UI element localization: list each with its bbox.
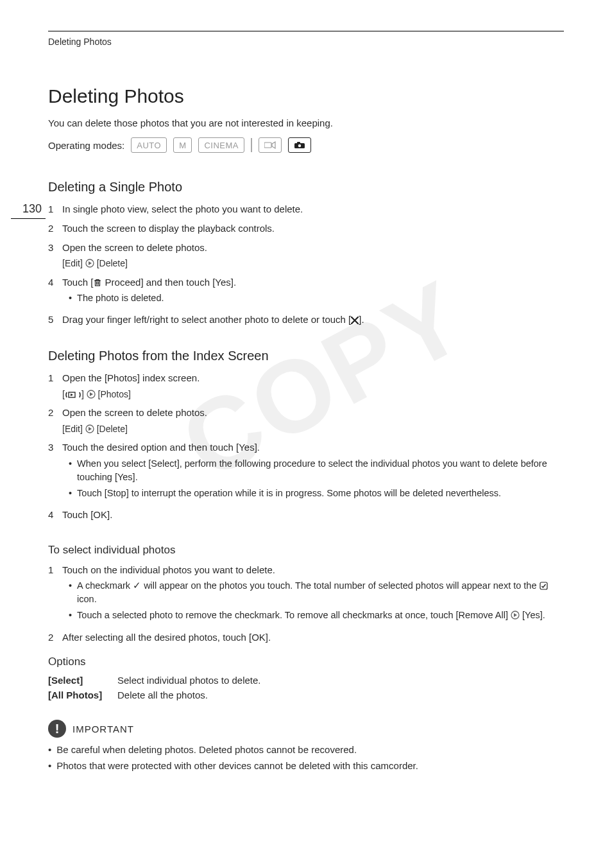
step-b3: Touch the desired option and then touch … [62, 442, 260, 453]
header-rule [48, 31, 564, 31]
delete-label: [Delete] [97, 424, 128, 434]
option-select-label: [Select] [48, 675, 106, 686]
section-select-title: To select individual photos [48, 544, 564, 557]
close-x-icon [351, 317, 359, 324]
svg-rect-9 [540, 582, 547, 589]
page-number: 130 [11, 200, 46, 219]
arrow-icon [87, 389, 96, 398]
operating-modes-label: Operating modes: [48, 140, 124, 151]
steps-select: 1 Touch on the individual photos you wan… [48, 563, 564, 645]
step-b3-bullet1: When you select [Select], perform the fo… [77, 457, 564, 484]
trash-icon [93, 278, 102, 287]
arrow-icon [85, 424, 94, 433]
step-b3-bullet2: Touch [Stop] to interrupt the operation … [77, 487, 501, 500]
intro-text: You can delete those photos that you are… [48, 117, 564, 128]
note-1: Be careful when deleting photos. Deleted… [56, 743, 357, 758]
photos-label: [Photos] [98, 389, 131, 399]
option-all-desc: Delete all the photos. [117, 690, 208, 700]
step-a3: Open the screen to delete photos. [62, 242, 207, 253]
section-single-title: Deleting a Single Photo [48, 180, 564, 195]
step-a2: Touch the screen to display the playback… [62, 221, 564, 236]
step-a5a: Drag your finger left/right to select an… [62, 314, 351, 325]
svg-rect-2 [297, 142, 300, 144]
options-title: Options [48, 655, 564, 668]
step-c2: After selecting all the desired photos, … [62, 630, 564, 645]
page-title: Deleting Photos [48, 85, 564, 107]
mode-auto: AUTO [131, 137, 167, 153]
option-select-desc: Select individual photos to delete. [117, 675, 260, 686]
option-all-label: [All Photos] [48, 690, 106, 700]
mode-video-icon [259, 137, 282, 153]
mode-m: M [173, 137, 192, 153]
mode-cinema: CINEMA [198, 137, 244, 153]
index-toggle-label: [] [62, 389, 84, 399]
step-c1-b1b: icon. [77, 594, 97, 604]
steps-index: 1 Open the [Photos] index screen. [] [Ph… [48, 371, 564, 522]
page-header: Deleting Photos [48, 37, 564, 47]
mode-photo-icon [288, 137, 311, 153]
arrow-icon [85, 258, 94, 267]
step-b1-sub: [] [Photos] [62, 388, 564, 401]
important-label: IMPORTANT [72, 724, 134, 734]
checkbox-icon [540, 582, 548, 590]
mode-separator [251, 138, 252, 152]
camera-icon [294, 141, 305, 149]
options-list: [Select] Select individual photos to del… [48, 675, 564, 700]
section-index-title: Deleting Photos from the Index Screen [48, 349, 564, 363]
step-b4: Touch [OK]. [62, 508, 564, 522]
playback-toggle-icon [65, 391, 81, 399]
delete-label: [Delete] [97, 258, 128, 268]
step-a1: In single photo view, select the photo y… [62, 202, 564, 216]
step-c1-b2b: [Yes]. [520, 610, 545, 620]
operating-modes-row: Operating modes: AUTO M CINEMA [48, 137, 564, 153]
step-a4-bullet: The photo is deleted. [77, 291, 164, 305]
step-c1-b2a: Touch a selected photo to remove the che… [77, 610, 511, 620]
svg-point-3 [298, 144, 301, 147]
page-content: Deleting Photos 130 Deleting Photos You … [48, 31, 564, 774]
step-a4a: Touch [ [62, 277, 93, 288]
step-b2: Open the screen to delete photos. [62, 407, 207, 418]
note-2: Photos that were protected with other de… [56, 759, 418, 774]
important-icon: ! [48, 720, 66, 738]
important-header: ! IMPORTANT [48, 720, 564, 738]
svg-rect-0 [264, 143, 271, 148]
step-b2-sub: [Edit] [Delete] [62, 422, 564, 435]
video-camera-icon [264, 141, 276, 149]
step-c1-b1a: A checkmark ✓ will appear on the photos … [77, 580, 539, 591]
edit-label: [Edit] [62, 424, 83, 434]
step-a3-sub: [Edit] [Delete] [62, 257, 564, 270]
step-c1: Touch on the individual photos you want … [62, 564, 275, 575]
edit-label: [Edit] [62, 258, 83, 268]
step-b1: Open the [Photos] index screen. [62, 372, 200, 383]
step-a5b: ]. [359, 314, 364, 325]
arrow-icon [511, 610, 520, 619]
steps-single: 1In single photo view, select the photo … [48, 202, 564, 327]
step-a4b: Proceed] and then touch [Yes]. [102, 277, 236, 288]
important-notes: Be careful when deleting photos. Deleted… [48, 743, 564, 773]
